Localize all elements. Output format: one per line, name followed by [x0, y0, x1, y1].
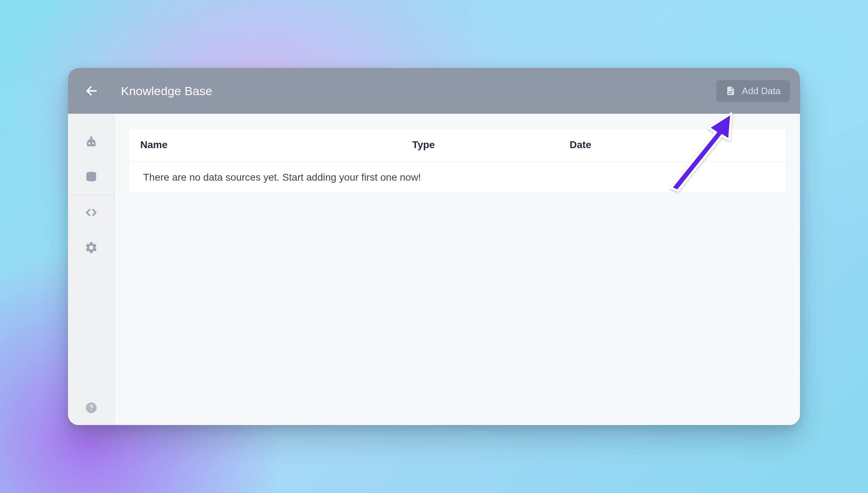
sidebar-item-code[interactable] [68, 195, 114, 230]
app-window: Knowledge Base Add Data [68, 68, 800, 425]
robot-icon [84, 135, 99, 150]
add-data-button[interactable]: Add Data [716, 80, 790, 102]
code-icon [84, 206, 98, 219]
empty-state-message: There are no data sources yet. Start add… [129, 162, 786, 193]
table-header: Name Type Date [129, 128, 786, 162]
page-title: Knowledge Base [121, 84, 212, 98]
database-icon [85, 171, 98, 184]
column-header-date: Date [570, 139, 775, 151]
document-icon [726, 86, 736, 96]
svg-point-1 [90, 136, 93, 139]
sidebar-item-settings[interactable] [68, 230, 114, 265]
add-data-label: Add Data [742, 86, 781, 97]
sidebar-item-database[interactable] [68, 160, 114, 195]
svg-point-6 [91, 410, 92, 411]
column-header-type: Type [412, 139, 570, 151]
body-area: Name Type Date There are no data sources… [68, 114, 800, 425]
sidebar [68, 114, 115, 425]
gear-icon [84, 241, 98, 254]
svg-point-2 [88, 142, 90, 144]
sidebar-item-bot[interactable] [68, 125, 114, 160]
back-button[interactable] [78, 68, 105, 114]
sidebar-item-help[interactable] [68, 401, 114, 414]
column-header-name: Name [140, 139, 412, 151]
svg-point-3 [92, 142, 94, 144]
header-bar: Knowledge Base Add Data [68, 68, 800, 114]
main-content: Name Type Date There are no data sources… [115, 114, 800, 425]
data-sources-card: Name Type Date There are no data sources… [128, 128, 786, 194]
help-icon [85, 401, 98, 414]
arrow-left-icon [85, 84, 98, 98]
